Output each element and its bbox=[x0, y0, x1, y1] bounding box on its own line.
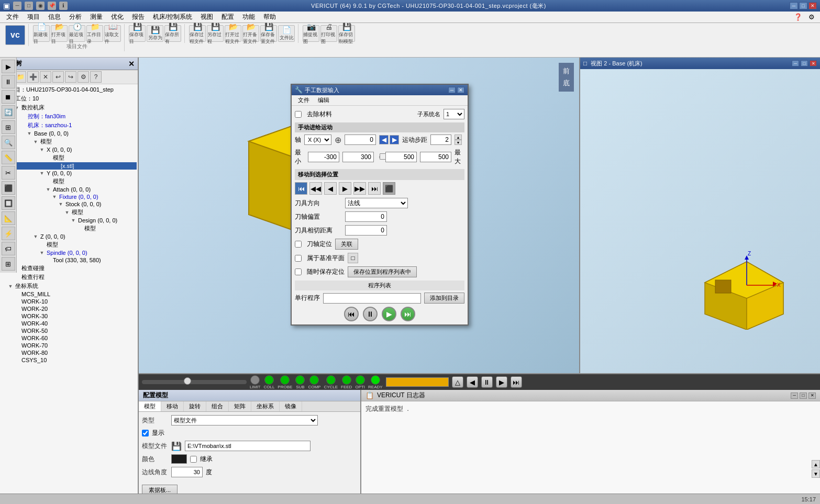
menu-function[interactable]: 功能 bbox=[238, 12, 259, 23]
tree-item-7[interactable]: ▼X (0, 0, 0) bbox=[1, 146, 137, 153]
tree-tb-help[interactable]: ? bbox=[90, 71, 102, 83]
tree-tb-settings[interactable]: ⚙ bbox=[77, 71, 89, 83]
tree-item-0[interactable]: ▼项目：UHU21075-OP30-01-04-001_step bbox=[1, 85, 137, 94]
dialog-max-input-left[interactable] bbox=[342, 152, 374, 162]
dialog-position-input[interactable] bbox=[345, 135, 376, 145]
sim-ctrl-last[interactable]: ⏭ bbox=[511, 376, 522, 388]
sim-feed-light[interactable] bbox=[342, 375, 351, 385]
sim-ctrl-up[interactable]: △ bbox=[452, 376, 463, 388]
sim-comp-light[interactable] bbox=[309, 375, 319, 385]
tree-tb-delete[interactable]: ✕ bbox=[40, 71, 51, 83]
left-icon-measure[interactable]: 📏 bbox=[2, 151, 15, 164]
log-content[interactable]: 完成重置模型 ． bbox=[361, 401, 820, 494]
tree-item-15[interactable]: ▼模型 bbox=[1, 208, 137, 217]
sim-slider[interactable] bbox=[142, 380, 247, 384]
tree-item-6[interactable]: ▼模型 bbox=[1, 137, 137, 146]
menu-measure[interactable]: 测量 bbox=[86, 12, 107, 23]
tree-expand-24[interactable]: ▼ bbox=[7, 284, 14, 289]
dialog-menu-file[interactable]: 文件 bbox=[294, 96, 314, 105]
menu-analysis[interactable]: 分析 bbox=[65, 12, 86, 23]
dialog-decrement-btn[interactable]: ◀ bbox=[379, 135, 389, 144]
dialog-motion-back[interactable]: ◀ bbox=[324, 182, 337, 195]
tree-item-4[interactable]: 机床：sanzhou-1 bbox=[1, 121, 137, 130]
dialog-subsystem-select[interactable]: 1 bbox=[444, 109, 464, 119]
config-file-input[interactable] bbox=[185, 441, 311, 451]
sim-ready-light[interactable] bbox=[371, 375, 380, 385]
dialog-range-center[interactable] bbox=[385, 152, 417, 162]
config-inherit-checkbox[interactable] bbox=[190, 456, 197, 463]
dialog-tool-direction-select[interactable]: 法线 bbox=[345, 198, 408, 208]
sim-ctrl-pause[interactable]: ⏸ bbox=[481, 376, 493, 388]
pin-icon[interactable]: 📌 bbox=[48, 2, 56, 10]
menu-file[interactable]: 文件 bbox=[2, 12, 23, 23]
tree-item-34[interactable]: CSYS_10 bbox=[1, 356, 137, 364]
tree-item-21[interactable]: Tool (330, 38, 580) bbox=[1, 256, 137, 264]
tree-item-19[interactable]: 模型 bbox=[1, 240, 137, 249]
dialog-base-plane-btn[interactable]: □ bbox=[348, 253, 358, 263]
tb-save-model[interactable]: 💾 保存切削模型 bbox=[338, 25, 355, 42]
menu-optimize[interactable]: 优化 bbox=[107, 12, 128, 23]
log-scroll-up[interactable]: ▲ bbox=[812, 460, 820, 468]
dialog-minimize[interactable]: ─ bbox=[448, 87, 456, 93]
tree-expand-14[interactable]: ▼ bbox=[58, 201, 64, 207]
dialog-nav-play[interactable]: ▶ bbox=[382, 307, 396, 321]
dialog-motion-back2[interactable]: ◀◀ bbox=[309, 182, 322, 195]
tree-tb-redo[interactable]: ↪ bbox=[65, 71, 76, 83]
left-icon-zoom[interactable]: 🔍 bbox=[2, 136, 15, 149]
menu-machine[interactable]: 机床/控制系统 bbox=[149, 12, 196, 23]
dialog-base-plane-checkbox[interactable] bbox=[295, 255, 302, 262]
tb-file-compare[interactable]: 📄 文件比 bbox=[278, 25, 295, 42]
tree-item-24[interactable]: ▼坐标系统 bbox=[1, 282, 137, 290]
restore-icon[interactable]: ◉ bbox=[36, 2, 45, 10]
help-icon[interactable]: ❓ bbox=[791, 13, 805, 21]
tree-item-16[interactable]: ▼Design (0, 0, 0) bbox=[1, 217, 137, 224]
tree-item-33[interactable]: WORK-80 bbox=[1, 349, 137, 356]
tree-item-14[interactable]: ▼Stock (0, 0, 0) bbox=[1, 200, 137, 208]
left-icon-pause[interactable]: ⏸ bbox=[2, 75, 15, 88]
left-icon-draw[interactable]: 📐 bbox=[2, 211, 15, 225]
tree-item-18[interactable]: ▼Z (0, 0, 0) bbox=[1, 233, 137, 240]
dialog-nav-first[interactable]: ⏮ bbox=[344, 307, 359, 321]
dialog-motion-fwd2[interactable]: ▶▶ bbox=[353, 182, 366, 195]
config-color-swatch[interactable] bbox=[171, 454, 187, 464]
tree-tb-undo[interactable]: ↩ bbox=[52, 71, 64, 83]
dialog-increment-btn[interactable]: ▶ bbox=[390, 135, 399, 144]
dialog-nav-last[interactable]: ⏭ bbox=[401, 307, 415, 321]
menu-report[interactable]: 报告 bbox=[128, 12, 149, 23]
tree-item-11[interactable]: 模型 bbox=[1, 177, 137, 186]
tree-expand-12[interactable]: ▼ bbox=[45, 187, 51, 192]
sim-probe-light[interactable] bbox=[280, 375, 290, 385]
dialog-axis-select[interactable]: X (X) Y (Y) Z (Z) bbox=[304, 135, 331, 145]
win-maximize[interactable]: □ bbox=[799, 2, 807, 9]
sim-ctrl-back[interactable]: ◀ bbox=[467, 376, 478, 388]
config-tab-move[interactable]: 移动 bbox=[161, 401, 184, 411]
sim-cycle-light[interactable] bbox=[326, 375, 336, 385]
viewport-right-maximize[interactable]: □ bbox=[801, 60, 808, 66]
config-tab-mirror[interactable]: 镜像 bbox=[280, 401, 302, 411]
dialog-save-to-list-btn[interactable]: 保存位置到程序列表中 bbox=[348, 266, 417, 277]
viewport-right-content[interactable]: Z X bbox=[580, 69, 820, 373]
tb-save-as-process[interactable]: 💾 另存过程 bbox=[207, 25, 224, 42]
win-close[interactable]: ✕ bbox=[808, 2, 817, 9]
config-tab-combine[interactable]: 组合 bbox=[206, 401, 229, 411]
tree-item-25[interactable]: MCS_MILL bbox=[1, 290, 137, 298]
tree-content[interactable]: ▼项目：UHU21075-OP30-01-04-001_step▼工位：10▼数… bbox=[0, 84, 138, 494]
sim-ctrl-fwd[interactable]: ▶ bbox=[496, 376, 507, 388]
dialog-motion-step-back[interactable]: ⏮ bbox=[295, 182, 307, 195]
left-icon-cut[interactable]: ✂ bbox=[2, 166, 15, 180]
sim-sub-light[interactable] bbox=[295, 375, 305, 385]
left-icon-frame[interactable]: 🔲 bbox=[2, 196, 15, 210]
tb-save-as[interactable]: 💾 另存为 bbox=[147, 25, 163, 42]
dialog-single-program-input[interactable] bbox=[323, 293, 421, 304]
minimize-icon[interactable]: ─ bbox=[13, 2, 21, 10]
left-icon-box[interactable]: ⬛ bbox=[2, 181, 15, 195]
tb-print-view[interactable]: 🖨 打印视图 bbox=[320, 25, 337, 42]
tree-item-22[interactable]: 检查碰撞 bbox=[1, 264, 137, 273]
left-icon-tag[interactable]: 🏷 bbox=[2, 242, 15, 255]
tree-item-13[interactable]: ▼Fixture (0, 0, 0) bbox=[1, 193, 137, 200]
tree-expand-16[interactable]: ▼ bbox=[70, 218, 76, 223]
log-close[interactable]: ✕ bbox=[808, 393, 816, 399]
dialog-add-to-list-btn[interactable]: 添加到目录 bbox=[424, 293, 464, 304]
tree-tb-add[interactable]: ➕ bbox=[27, 71, 39, 83]
tree-item-12[interactable]: ▼Attach (0, 0, 0) bbox=[1, 186, 137, 193]
